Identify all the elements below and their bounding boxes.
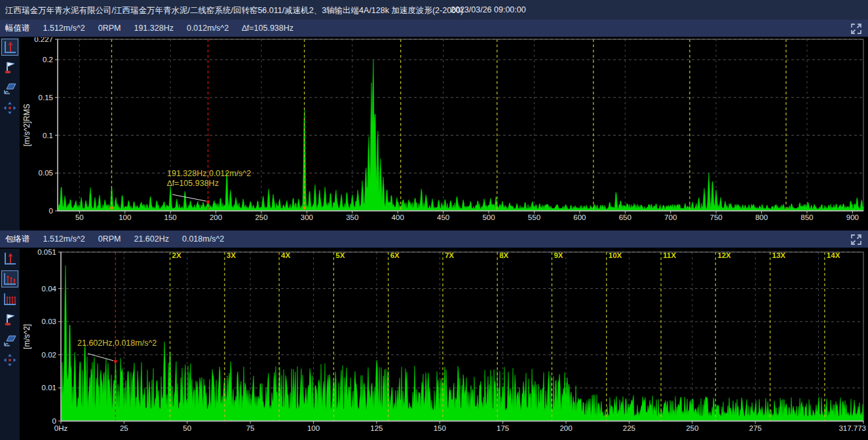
svg-text:0Hz: 0Hz — [54, 424, 68, 432]
svg-text:275: 275 — [749, 424, 762, 432]
envelope-spectrum-header: 包络谱 1.512m/s^2 0RPM 21.602Hz 0.018m/s^2 — [0, 230, 868, 248]
svg-text:12X: 12X — [717, 251, 731, 259]
svg-text:14X: 14X — [827, 251, 840, 259]
svg-text:400: 400 — [392, 213, 404, 221]
datetime: 2023/03/26 09:00:00 — [451, 5, 526, 14]
svg-text:100: 100 — [119, 213, 131, 221]
svg-text:0.227: 0.227 — [34, 37, 53, 43]
toolbar-envelope — [0, 249, 20, 440]
svg-text:[m/s^2]: [m/s^2] — [22, 324, 31, 349]
harmonic-cursor-button[interactable] — [1, 291, 18, 308]
svg-text:191.328Hz,0.012m/s^2: 191.328Hz,0.012m/s^2 — [167, 169, 251, 178]
fullscreen-icon[interactable] — [850, 233, 863, 246]
flag-marker-button[interactable] — [1, 59, 18, 76]
svg-text:0: 0 — [49, 207, 53, 215]
svg-text:11X: 11X — [663, 251, 676, 259]
svg-text:300: 300 — [301, 213, 313, 221]
svg-text:5X: 5X — [335, 251, 345, 259]
rms-value: 1.512m/s^2 — [43, 234, 85, 244]
svg-text:0.15: 0.15 — [39, 94, 53, 101]
amplitude-spectrum-header: 幅值谱 1.512m/s^2 0RPM 191.328Hz 0.012m/s^2… — [0, 20, 868, 37]
svg-text:200: 200 — [210, 213, 222, 221]
svg-text:900: 900 — [846, 213, 859, 221]
svg-text:125: 125 — [370, 424, 383, 432]
rms-value: 1.512m/s^2 — [43, 24, 85, 33]
svg-text:150: 150 — [164, 213, 177, 221]
svg-text:700: 700 — [664, 213, 677, 221]
svg-text:7X: 7X — [445, 251, 454, 259]
envelope-tool-button[interactable] — [1, 270, 18, 287]
svg-text:8X: 8X — [499, 251, 508, 259]
svg-text:850: 850 — [801, 213, 813, 221]
svg-text:4X: 4X — [281, 251, 290, 259]
breadcrumb: 江西瑞金万年青水泥有限公司/江西瑞金万年青水泥/二线窑系统/回转窑56.011/… — [5, 5, 463, 16]
svg-text:250: 250 — [686, 424, 698, 432]
amplitude-spectrum-chart[interactable]: 5010015020025030035040045050055060065070… — [20, 37, 868, 233]
delta-frequency: ∆f=105.938Hz — [242, 24, 293, 33]
svg-text:9X: 9X — [554, 251, 563, 259]
svg-text:0.01: 0.01 — [42, 384, 56, 392]
svg-text:0.03: 0.03 — [42, 318, 56, 325]
svg-text:50: 50 — [75, 213, 84, 221]
svg-text:[m/s^2]RMS: [m/s^2]RMS — [22, 104, 31, 147]
svg-text:500: 500 — [482, 213, 495, 221]
cursor-amplitude: 0.018m/s^2 — [182, 234, 224, 244]
amplitude-spectrum-panel: 5010015020025030035040045050055060065070… — [0, 37, 868, 230]
svg-text:150: 150 — [434, 424, 446, 432]
svg-text:10X: 10X — [609, 251, 622, 259]
toolbar-amplitude — [0, 37, 20, 230]
svg-text:6X: 6X — [390, 251, 400, 259]
svg-text:50: 50 — [183, 424, 191, 432]
app-window: 江西瑞金万年青水泥有限公司/江西瑞金万年青水泥/二线窑系统/回转窑56.011/… — [0, 0, 868, 440]
svg-text:225: 225 — [623, 424, 635, 432]
pan-move-button[interactable] — [1, 100, 18, 117]
svg-text:350: 350 — [346, 213, 358, 221]
svg-text:650: 650 — [619, 213, 632, 221]
svg-text:0.05: 0.05 — [39, 169, 53, 177]
envelope-spectrum-chart[interactable]: 2X3X4X5X6X7X8X9X10X11X12X13X14X0Hz255075… — [20, 249, 868, 440]
cursor-frequency: 21.602Hz — [134, 234, 169, 244]
svg-text:2X: 2X — [172, 251, 181, 259]
svg-text:3X: 3X — [227, 251, 236, 259]
svg-text:550: 550 — [528, 213, 540, 221]
fullscreen-icon[interactable] — [850, 22, 863, 35]
rpm-value: 0RPM — [98, 24, 121, 33]
envelope-spectrum-panel: 2X3X4X5X6X7X8X9X10X11X12X13X14X0Hz255075… — [0, 249, 868, 440]
svg-text:0.2: 0.2 — [43, 56, 53, 64]
svg-text:21.602Hz,0.018m/s^2: 21.602Hz,0.018m/s^2 — [77, 339, 157, 348]
rpm-value: 0RPM — [98, 234, 121, 244]
svg-text:0.1: 0.1 — [43, 132, 53, 139]
svg-text:25: 25 — [120, 424, 128, 432]
spectrum-tool-button[interactable] — [1, 39, 18, 56]
waterfall-plot-button[interactable] — [1, 331, 18, 348]
svg-text:0.051: 0.051 — [37, 249, 56, 256]
waterfall-plot-button[interactable] — [1, 79, 18, 96]
svg-text:750: 750 — [710, 213, 723, 221]
svg-text:0: 0 — [52, 417, 56, 425]
svg-text:75: 75 — [246, 424, 255, 432]
spectrum-tool-button[interactable] — [1, 250, 18, 267]
svg-text:13X: 13X — [772, 251, 786, 259]
svg-text:250: 250 — [255, 213, 267, 221]
svg-text:175: 175 — [497, 424, 509, 432]
svg-text:800: 800 — [755, 213, 768, 221]
svg-text:317.773: 317.773 — [839, 424, 866, 432]
title-bar: 江西瑞金万年青水泥有限公司/江西瑞金万年青水泥/二线窑系统/回转窑56.011/… — [0, 0, 868, 20]
panel-title: 幅值谱 — [5, 23, 30, 34]
svg-text:∆f=105.938Hz: ∆f=105.938Hz — [167, 179, 219, 188]
svg-text:200: 200 — [559, 424, 572, 432]
flag-marker-button[interactable] — [1, 311, 18, 328]
cursor-frequency: 191.328Hz — [134, 24, 173, 33]
svg-text:450: 450 — [437, 213, 449, 221]
svg-text:600: 600 — [573, 213, 586, 221]
panel-title: 包络谱 — [5, 234, 30, 245]
cursor-amplitude: 0.012m/s^2 — [187, 24, 229, 33]
svg-text:100: 100 — [307, 424, 320, 432]
pan-move-button[interactable] — [1, 352, 18, 369]
svg-text:0.04: 0.04 — [42, 285, 57, 293]
svg-text:0.02: 0.02 — [42, 351, 56, 359]
